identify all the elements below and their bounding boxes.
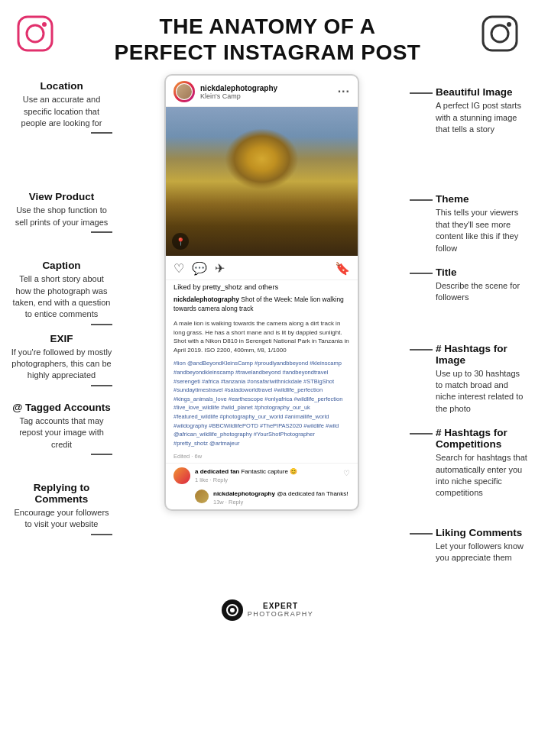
commenter-avatar bbox=[173, 467, 190, 484]
brand-name: EXPERT bbox=[248, 602, 313, 610]
annotation-view-product: View Product Use the shop function to se… bbox=[11, 191, 112, 233]
profile-avatar bbox=[173, 81, 195, 102]
reply-username: nickdalephotography bbox=[213, 490, 275, 497]
annotation-theme: Theme This tells your viewers that they'… bbox=[410, 193, 527, 256]
right-sidebar: Beautiful Image A perfect IG post starts… bbox=[405, 74, 535, 576]
reply-avatar bbox=[195, 489, 209, 503]
phone-comment: a dedicated fan Fantastic capture 😊 1 li… bbox=[166, 463, 358, 487]
caption-username: nickdalephotography bbox=[173, 296, 239, 303]
replying-title: Replying to Comments bbox=[11, 482, 112, 505]
annotation-replying: Replying to Comments Encourage your foll… bbox=[11, 482, 112, 535]
phone-mockup-container: nickdalephotography Klein's Camp ··· 📍 ♡… bbox=[118, 74, 405, 576]
view-product-line bbox=[91, 231, 112, 233]
exif-line bbox=[91, 385, 112, 386]
liking-comments-body: Let your followers know you appreciate t… bbox=[436, 541, 527, 564]
phone-post-image: 📍 bbox=[166, 107, 358, 256]
phone-mockup: nickdalephotography Klein's Camp ··· 📍 ♡… bbox=[164, 74, 359, 511]
exif-body: If you're followed by mostly photographe… bbox=[11, 347, 112, 382]
beautiful-image-body: A perfect IG post starts with a stunning… bbox=[436, 100, 527, 135]
instagram-icon-left bbox=[15, 14, 55, 57]
phone-reply: nickdalephotography @a dedicated fan Tha… bbox=[166, 487, 358, 509]
title-ann-title: Title bbox=[436, 267, 527, 278]
theme-body: This tells your viewers that they'll see… bbox=[436, 207, 527, 254]
phone-likes: Liked by pretty_shotz and others bbox=[166, 280, 358, 293]
share-icon[interactable]: ✈ bbox=[215, 261, 225, 276]
hashtags-image-body: Use up to 30 hashtags to match broad and… bbox=[436, 368, 527, 415]
location-title: Location bbox=[11, 80, 112, 92]
brand-icon bbox=[222, 599, 243, 621]
brand-name2: PHOTOGRAPHY bbox=[248, 610, 313, 618]
svg-point-2 bbox=[42, 22, 47, 27]
annotation-exif: EXIF If you're followed by mostly photog… bbox=[11, 333, 112, 386]
caption-title: Caption bbox=[11, 260, 112, 271]
phone-user: nickdalephotography Klein's Camp bbox=[173, 81, 277, 102]
title-ann-line bbox=[410, 273, 433, 274]
reply-text: nickdalephotography @a dedicated fan Tha… bbox=[213, 489, 349, 498]
tagged-body: Tag accounts that may repost your image … bbox=[11, 415, 112, 451]
comment-username: a dedicated fan bbox=[195, 468, 239, 475]
caption-line bbox=[91, 324, 112, 325]
footer: EXPERT PHOTOGRAPHY bbox=[0, 592, 535, 633]
instagram-icon-right bbox=[480, 14, 520, 57]
annotation-tagged: @ Tagged Accounts Tag accounts that may … bbox=[11, 402, 112, 455]
location-body: Use an accurate and specific location th… bbox=[11, 94, 112, 129]
view-product-title: View Product bbox=[11, 191, 112, 202]
comment-text: a dedicated fan Fantastic capture 😊 bbox=[195, 467, 339, 476]
annotation-caption: Caption Tell a short story about how the… bbox=[11, 260, 112, 325]
left-sidebar: Location Use an accurate and specific lo… bbox=[0, 74, 118, 576]
view-product-body: Use the shop function to sell prints of … bbox=[11, 205, 112, 228]
beautiful-image-title: Beautiful Image bbox=[436, 86, 527, 98]
hashtags-competitions-title: # Hashtags for Competitions bbox=[436, 427, 527, 450]
annotation-beautiful-image: Beautiful Image A perfect IG post starts… bbox=[410, 86, 527, 137]
title-ann-body: Describe the scene for followers bbox=[436, 280, 527, 304]
header: THE ANATOMY OF A PERFECT INSTAGRAM POST bbox=[0, 0, 535, 74]
phone-description: A male lion is walking towards the camer… bbox=[166, 317, 358, 357]
phone-caption: nickdalephotography Shot of the Week: Ma… bbox=[166, 293, 358, 317]
theme-title: Theme bbox=[436, 193, 527, 205]
replying-line bbox=[91, 534, 112, 535]
tagged-title: @ Tagged Accounts bbox=[11, 402, 112, 413]
annotation-hashtags-image: # Hashtags for Image Use up to 30 hashta… bbox=[410, 343, 527, 417]
annotation-title: Title Describe the scene for followers bbox=[410, 267, 527, 305]
beautiful-image-line bbox=[410, 92, 433, 94]
phone-edited-label: Edited · 6w bbox=[166, 451, 358, 463]
exif-title: EXIF bbox=[11, 333, 112, 344]
bookmark-icon[interactable]: 🔖 bbox=[335, 261, 350, 276]
svg-point-5 bbox=[507, 22, 511, 27]
svg-rect-3 bbox=[483, 17, 517, 50]
phone-header: nickdalephotography Klein's Camp ··· bbox=[166, 76, 358, 107]
reply-body: @a dedicated fan Thanks! bbox=[277, 490, 348, 497]
annotation-location: Location Use an accurate and specific lo… bbox=[11, 80, 112, 134]
hashtags-image-title: # Hashtags for Image bbox=[436, 343, 527, 366]
liking-comments-title: Liking Comments bbox=[436, 527, 527, 538]
phone-hashtags: #lion @andBeyondKleinsCamp #proudlyandbb… bbox=[166, 357, 358, 451]
brand-logo: EXPERT PHOTOGRAPHY bbox=[222, 599, 313, 621]
reply-meta: 13w · Reply bbox=[213, 499, 349, 506]
svg-point-4 bbox=[491, 25, 508, 42]
caption-body: Tell a short story about how the photogr… bbox=[11, 273, 112, 321]
annotation-hashtags-competitions: # Hashtags for Competitions Search for h… bbox=[410, 427, 527, 501]
comment-body: Fantastic capture 😊 bbox=[241, 468, 297, 475]
svg-point-7 bbox=[230, 608, 235, 612]
replying-body: Encourage your followers to visit your w… bbox=[11, 507, 112, 531]
theme-line bbox=[410, 199, 433, 201]
annotation-liking-comments: Liking Comments Let your followers know … bbox=[410, 527, 527, 566]
comment-meta: 1 like · Reply bbox=[195, 477, 339, 483]
tagged-line bbox=[91, 454, 112, 455]
location-line bbox=[91, 132, 112, 134]
svg-point-1 bbox=[27, 25, 44, 42]
heart-icon[interactable]: ♡ bbox=[173, 261, 184, 276]
page-title: THE ANATOMY OF A PERFECT INSTAGRAM POST bbox=[61, 14, 474, 65]
hashtags-competitions-line bbox=[410, 433, 433, 435]
more-options-icon[interactable]: ··· bbox=[338, 85, 350, 99]
hashtags-image-line bbox=[410, 349, 433, 351]
svg-rect-0 bbox=[18, 17, 52, 50]
hashtags-competitions-body: Search for hashtags that automatically e… bbox=[436, 452, 527, 499]
comment-icon[interactable]: 💬 bbox=[192, 261, 207, 276]
liking-comments-line bbox=[410, 533, 433, 535]
phone-location-label: Klein's Camp bbox=[200, 92, 277, 100]
phone-username: nickdalephotography bbox=[200, 84, 277, 92]
comment-heart-icon[interactable]: ♡ bbox=[343, 469, 350, 477]
phone-actions-bar: ♡ 💬 ✈ 🔖 bbox=[166, 256, 358, 280]
